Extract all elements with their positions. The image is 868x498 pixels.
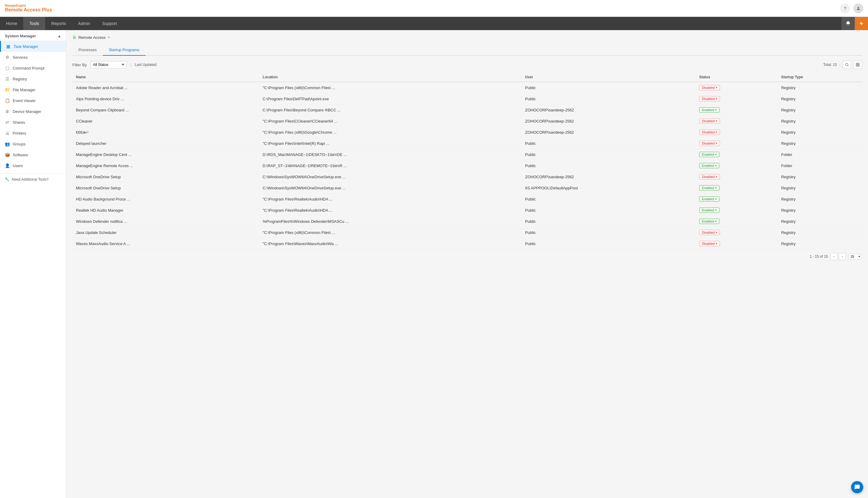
col-location: Location [259, 73, 521, 82]
search-button[interactable] [843, 61, 851, 69]
sidebar-item-task-manager[interactable]: ▦ Task Manager [0, 41, 66, 52]
lightning-button[interactable] [855, 17, 868, 30]
task-manager-icon: ▦ [6, 44, 11, 49]
svg-rect-6 [858, 65, 859, 66]
toolbar-right: Total: 15 | [824, 61, 862, 69]
sidebar-item-event-viewer[interactable]: 📋 Event Viewer [0, 95, 66, 106]
table-row: Microsoft OneDrive Setup C:\Windows\SysW… [72, 182, 862, 194]
sidebar-item-label: Task Manager [14, 44, 38, 49]
cell-location: "C:\Program Files (x86)\Common Files\ ..… [259, 227, 521, 238]
groups-icon: 👥 [5, 142, 10, 146]
notification-button[interactable] [842, 17, 855, 30]
status-badge[interactable]: Enabled ▾ [699, 196, 719, 202]
sidebar-item-label: File Manager [13, 88, 36, 92]
main-content: 🖥 Remote Access ▼ Processes Startup Prog… [66, 30, 868, 498]
status-filter-select[interactable]: All Status Enabled Disabled [90, 61, 127, 68]
cell-status: Enabled ▾ [695, 194, 778, 205]
svg-line-2 [848, 66, 849, 67]
footer-icon: 🔧 [5, 177, 9, 182]
sidebar-item-users[interactable]: 👤 Users [0, 160, 66, 171]
svg-rect-5 [856, 65, 857, 66]
tab-processes[interactable]: Processes [72, 44, 103, 56]
cell-location: C:\Windows\SysWOW64\OneDriveSetup.exe ..… [259, 182, 521, 194]
prev-page-button[interactable]: ‹ [830, 253, 838, 260]
sidebar-item-registry[interactable]: ☰ Registry [0, 74, 66, 84]
sidebar-item-label: Groups [13, 142, 26, 146]
sidebar-item-software[interactable]: 📦 Software [0, 149, 66, 160]
cell-startup-type: Registry [778, 182, 862, 194]
cell-startup-type: Registry [778, 227, 862, 238]
status-badge[interactable]: Enabled ▾ [699, 219, 719, 224]
table-row: Adobe Reader and Acrobat ... "C:\Program… [72, 82, 862, 93]
status-badge[interactable]: Disabled ▾ [699, 130, 720, 135]
cell-location: %ProgramFiles%\Windows Defender\MSASCu .… [259, 216, 521, 227]
status-badge[interactable]: Enabled ▾ [699, 107, 719, 113]
nav-reports[interactable]: Reports [45, 17, 72, 30]
table-row: Alps Pointing-device Driv ... C:\Program… [72, 93, 862, 104]
status-badge[interactable]: Enabled ▾ [699, 185, 719, 191]
sidebar-item-services[interactable]: ⚙ Services [0, 52, 66, 63]
nav-tools[interactable]: Tools [23, 17, 45, 30]
cell-location: C:\Windows\SysWOW64\OneDriveSetup.exe ..… [259, 171, 521, 182]
status-badge[interactable]: Disabled ▾ [699, 174, 720, 180]
cell-name: Alps Pointing-device Driv ... [72, 93, 259, 104]
cell-user: Public [521, 149, 695, 160]
cell-startup-type: Registry [778, 194, 862, 205]
cell-location: "C:\Program Files (x86)\Google\Chrome ..… [259, 127, 521, 138]
product-name: Remote Access Plus [5, 7, 52, 13]
cell-status: Disabled ▾ [695, 227, 778, 238]
cell-status: Disabled ▾ [695, 238, 778, 249]
status-badge[interactable]: Disabled ▾ [699, 96, 720, 102]
nav-home[interactable]: Home [0, 17, 23, 30]
cell-location: C:\Program Files\DellTPad\Apoint.exe [259, 93, 521, 104]
sidebar-item-label: Services [13, 55, 28, 60]
nav-support[interactable]: Support [96, 17, 123, 30]
tab-startup-programs[interactable]: Startup Programs [103, 44, 145, 56]
sidebar-footer[interactable]: 🔧 Need Additional Tools? [0, 173, 66, 185]
table-row: Microsoft OneDrive Setup C:\Windows\SysW… [72, 171, 862, 182]
sidebar-item-device-manager[interactable]: 🖥 Device Manager [0, 106, 66, 117]
sidebar-item-file-manager[interactable]: 📁 File Manager [0, 84, 66, 95]
startup-programs-table: Name Location User Status Startup Type A… [72, 73, 862, 249]
command-prompt-icon: ▢ [5, 66, 10, 70]
table-row: Windows Defender notifica ... %ProgramFi… [72, 216, 862, 227]
status-badge[interactable]: Disabled ▾ [699, 118, 720, 124]
cell-status: Enabled ▾ [695, 216, 778, 227]
sidebar-item-printers[interactable]: 🖨 Printers [0, 128, 66, 139]
sidebar-item-label: Software [13, 153, 28, 157]
cell-location: C:\Program Files\Beyond Compare 4\BCC ..… [259, 104, 521, 116]
breadcrumb-text[interactable]: Remote Access [78, 35, 105, 40]
cell-status: Disabled ▾ [695, 171, 778, 182]
sidebar-item-shares[interactable]: ⇄ Shares [0, 117, 66, 128]
status-badge[interactable]: Enabled ▾ [699, 208, 719, 213]
cell-location: D:\RAP_ST~1\MANAGE~1\REMOTE~1\bin\R ... [259, 160, 521, 171]
status-badge[interactable]: Disabled ▾ [699, 230, 720, 235]
grid-view-button[interactable] [854, 61, 862, 69]
user-avatar[interactable] [854, 4, 863, 13]
status-badge[interactable]: Disabled ▾ [699, 241, 720, 246]
cell-location: "C:\Program Files\Realtek\Audio\HDA ... [259, 205, 521, 216]
registry-icon: ☰ [5, 77, 10, 81]
table-header-row: Name Location User Status Startup Type [72, 73, 862, 82]
cell-name: Realtek HD Audio Manager [72, 205, 259, 216]
sidebar-section-header: System Manager ▲ [0, 30, 66, 41]
cell-name: Microsoft OneDrive Setup [72, 182, 259, 194]
help-button[interactable]: ? [840, 4, 850, 13]
next-page-button[interactable]: › [839, 253, 846, 260]
sidebar-item-command-prompt[interactable]: ▢ Command Prompt [0, 63, 66, 74]
cell-startup-type: Folder [778, 149, 862, 160]
cell-status: Disabled ▾ [695, 127, 778, 138]
chat-widget[interactable] [851, 481, 863, 493]
cell-user: ZOHOCORP\sandeep-2562 [521, 171, 695, 182]
status-badge[interactable]: Disabled ▾ [699, 141, 720, 146]
nav-admin[interactable]: Admin [72, 17, 96, 30]
cell-name: Adobe Reader and Acrobat ... [72, 82, 259, 93]
status-badge[interactable]: Enabled ▾ [699, 152, 719, 157]
cell-user: Public [521, 194, 695, 205]
sidebar-item-groups[interactable]: 👥 Groups [0, 139, 66, 149]
per-page-select[interactable]: 25 50 100 [848, 254, 862, 259]
breadcrumb-icon: 🖥 [72, 35, 77, 40]
status-badge[interactable]: Disabled ▾ [699, 85, 720, 90]
sidebar-collapse-icon[interactable]: ▲ [58, 34, 61, 38]
status-badge[interactable]: Enabled ▾ [699, 163, 719, 168]
